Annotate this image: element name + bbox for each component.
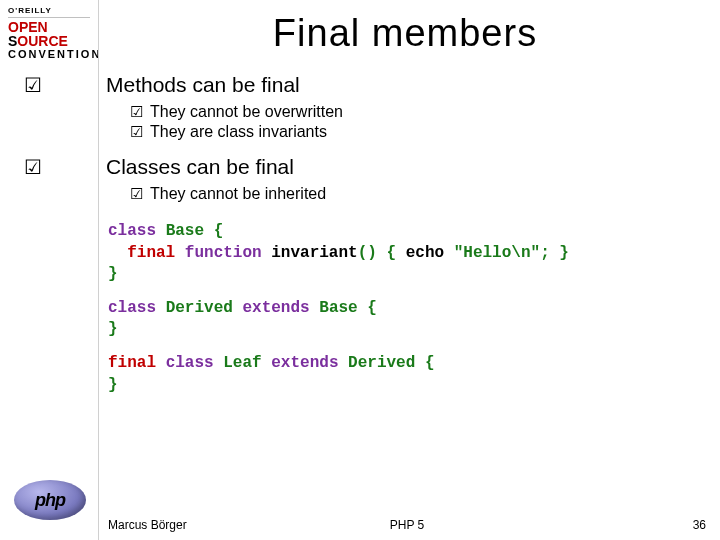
kw-function: function [185,244,262,262]
subpoint-2-1: ☑ They cannot be inherited [130,185,702,203]
point-2: ☑ Classes can be final [24,155,702,179]
subpoint-1-2-text: They are class invariants [150,123,327,141]
string-lit: "Hello\n" [454,244,540,262]
logo-rule [8,17,90,18]
code-line: } [108,264,702,286]
point-2-text: Classes can be final [106,155,294,179]
brace: } [108,265,118,283]
php-logo-text: php [35,490,65,511]
code-line: class Derived extends Base { [108,298,702,320]
kw-final: final [127,244,175,262]
check-icon: ☑ [24,155,46,179]
oreilly-logo: O'REILLY OPEN SOURCE CONVENTION [8,6,90,60]
brace: { [367,299,377,317]
kw-class: class [108,222,156,240]
php-logo: php [14,480,86,520]
code-line: final function invariant() { echo "Hello… [108,243,702,265]
oreilly-s: S [8,33,17,49]
check-icon: ☑ [130,123,150,141]
oreilly-ource: OURCE [17,33,68,49]
fn-name: invariant [271,244,357,262]
code-line: final class Leaf extends Derived { [108,353,702,375]
class-name: Leaf [223,354,261,372]
oreilly-convention: CONVENTION [8,48,90,60]
subpoint-1-2: ☑ They are class invariants [130,123,702,141]
footer-center: PHP 5 [108,518,706,532]
code-block-1: class Base { final function invariant() … [108,221,702,286]
kw-class: class [166,354,214,372]
kw-extends: extends [242,299,309,317]
point-block-2: ☑ Classes can be final ☑ They cannot be … [108,155,702,203]
slide-content: Final members ☑ Methods can be final ☑ T… [98,0,720,540]
footer: Marcus Börger PHP 5 36 [108,518,706,532]
check-icon: ☑ [24,73,46,97]
code-line: class Base { [108,221,702,243]
oreilly-top: O'REILLY [8,6,90,15]
code-line: } [108,319,702,341]
point-1-text: Methods can be final [106,73,300,97]
check-icon: ☑ [130,103,150,121]
brace: } [108,376,118,394]
class-name: Base [166,222,204,240]
check-icon: ☑ [130,185,150,203]
class-name: Derived [348,354,415,372]
kw-extends: extends [271,354,338,372]
kw-final: final [108,354,156,372]
brace: } [108,320,118,338]
class-name: Derived [166,299,233,317]
parens: () { [358,244,396,262]
brace: { [214,222,224,240]
kw-echo: echo [406,244,444,262]
code-block-2: class Derived extends Base { } [108,298,702,341]
subpoint-1-1-text: They cannot be overwritten [150,103,343,121]
point-block-1: ☑ Methods can be final ☑ They cannot be … [108,73,702,141]
slide-title: Final members [108,0,702,73]
oreilly-open-source: OPEN SOURCE [8,20,90,48]
brace: { [425,354,435,372]
kw-class: class [108,299,156,317]
punct: ; } [540,244,569,262]
class-name: Base [319,299,357,317]
point-1: ☑ Methods can be final [24,73,702,97]
subpoint-2-1-text: They cannot be inherited [150,185,326,203]
code-line: } [108,375,702,397]
code-area: class Base { final function invariant() … [108,221,702,396]
subpoint-1-1: ☑ They cannot be overwritten [130,103,702,121]
code-block-3: final class Leaf extends Derived { } [108,353,702,396]
